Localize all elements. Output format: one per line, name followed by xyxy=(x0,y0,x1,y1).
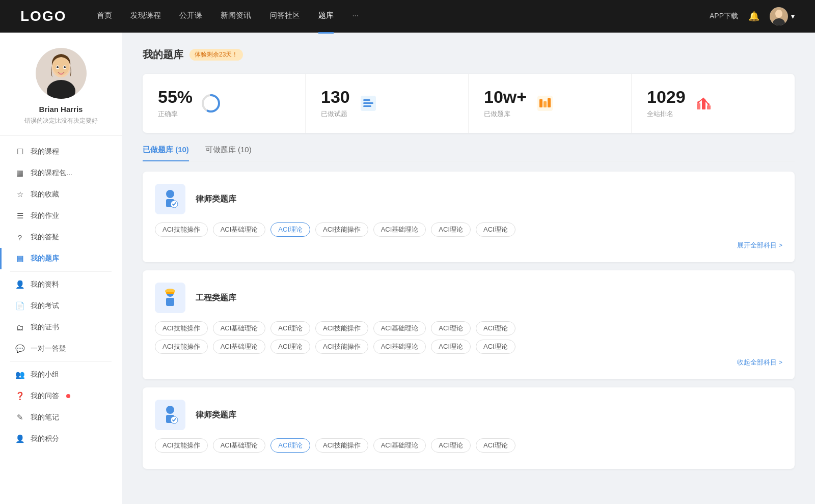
my-course-icon: ☐ xyxy=(15,147,24,156)
question-bank-icon: ▤ xyxy=(15,254,24,263)
sidebar-item-qa[interactable]: ? 我的答疑 xyxy=(0,227,122,248)
tag-1-4[interactable]: ACI基础理论 xyxy=(373,222,426,237)
nav-discover[interactable]: 发现课程 xyxy=(130,11,161,22)
tag-2-5[interactable]: ACI理论 xyxy=(431,321,471,335)
tutor-icon: 💬 xyxy=(15,344,24,353)
points-icon: 👤 xyxy=(15,434,24,443)
tag-2b-1[interactable]: ACI基础理论 xyxy=(213,340,266,354)
tag-3-6[interactable]: ACI理论 xyxy=(476,438,515,453)
svg-point-34 xyxy=(166,406,174,414)
tag-3-1[interactable]: ACI基础理论 xyxy=(213,438,266,453)
sidebar-item-exam[interactable]: 📄 我的考试 xyxy=(0,295,122,317)
tag-2b-0[interactable]: ACI技能操作 xyxy=(155,340,208,354)
tags-row-1: ACI技能操作 ACI基础理论 ACI理论 ACI技能操作 ACI基础理论 AC… xyxy=(155,222,782,237)
nav-news[interactable]: 新闻资讯 xyxy=(221,11,251,22)
group-icon: 👥 xyxy=(15,370,24,379)
svg-rect-19 xyxy=(539,99,542,107)
sidebar-item-points[interactable]: 👤 我的积分 xyxy=(0,428,122,450)
exam-icon: 📄 xyxy=(15,301,24,311)
engineer-bank-icon xyxy=(155,283,185,313)
svg-rect-16 xyxy=(363,102,373,104)
collapse-button-2[interactable]: 收起全部科目 > xyxy=(155,358,782,367)
tab-done-banks[interactable]: 已做题库 (10) xyxy=(143,145,189,161)
ranking-icon xyxy=(694,93,714,114)
tag-2-3[interactable]: ACI技能操作 xyxy=(315,321,368,335)
nav-more[interactable]: ··· xyxy=(352,11,359,22)
stat-accuracy-label: 正确率 xyxy=(158,109,193,119)
sidebar-item-tutor[interactable]: 💬 一对一答疑 xyxy=(0,338,122,359)
trial-badge: 体验剩余23天！ xyxy=(189,49,243,61)
tag-2b-5[interactable]: ACI理论 xyxy=(431,340,471,354)
course-package-icon: ▦ xyxy=(15,169,24,178)
user-avatar-container[interactable]: ▾ xyxy=(770,7,795,25)
svg-rect-17 xyxy=(363,105,371,107)
nav-question-bank[interactable]: 题库 xyxy=(318,11,334,22)
sidebar-item-my-qa[interactable]: ❓ 我的问答 xyxy=(0,385,122,407)
profile-motto: 错误的决定比没有决定要好 xyxy=(24,117,98,125)
page-title: 我的题库 xyxy=(143,48,183,62)
navbar: LOGO 首页 发现课程 公开课 新闻资讯 问答社区 题库 ··· APP下载 … xyxy=(0,0,815,33)
tag-2b-4[interactable]: ACI基础理论 xyxy=(373,340,426,354)
expand-button-1[interactable]: 展开全部科目 > xyxy=(155,241,782,250)
favorites-icon: ☆ xyxy=(15,190,24,199)
tag-3-4[interactable]: ACI基础理论 xyxy=(373,438,426,453)
sidebar-item-homework[interactable]: ☰ 我的作业 xyxy=(0,205,122,227)
sidebar-item-favorites[interactable]: ☆ 我的收藏 xyxy=(0,184,122,205)
accuracy-chart-icon xyxy=(201,93,221,114)
svg-rect-20 xyxy=(544,101,547,107)
tag-2-1[interactable]: ACI基础理论 xyxy=(213,321,266,335)
svg-point-6 xyxy=(53,57,69,75)
sidebar-item-my-course[interactable]: ☐ 我的课程 xyxy=(0,141,122,162)
tag-3-5[interactable]: ACI理论 xyxy=(431,438,471,453)
sidebar-menu: ☐ 我的课程 ▦ 我的课程包... ☆ 我的收藏 ☰ 我的作业 ? 我的答疑 ▤… xyxy=(0,136,122,455)
sidebar-item-course-package[interactable]: ▦ 我的课程包... xyxy=(0,162,122,184)
tag-3-2[interactable]: ACI理论 xyxy=(270,438,310,453)
sidebar-item-question-bank[interactable]: ▤ 我的题库 xyxy=(0,248,122,269)
nav-qa[interactable]: 问答社区 xyxy=(269,11,300,22)
lawyer-bank-icon-2 xyxy=(155,400,185,430)
page-wrapper: Brian Harris 错误的决定比没有决定要好 ☐ 我的课程 ▦ 我的课程包… xyxy=(0,33,815,504)
tab-available-banks[interactable]: 可做题库 (10) xyxy=(205,145,252,161)
svg-rect-24 xyxy=(707,105,711,109)
tag-2-0[interactable]: ACI技能操作 xyxy=(155,321,208,335)
tag-1-0[interactable]: ACI技能操作 xyxy=(155,222,208,237)
svg-point-10 xyxy=(64,66,66,68)
tag-2-2[interactable]: ACI理论 xyxy=(270,321,310,335)
nav-dropdown-arrow[interactable]: ▾ xyxy=(791,12,795,20)
sidebar-item-group[interactable]: 👥 我的小组 xyxy=(0,364,122,385)
svg-rect-33 xyxy=(166,298,174,306)
sidebar: Brian Harris 错误的决定比没有决定要好 ☐ 我的课程 ▦ 我的课程包… xyxy=(0,33,122,504)
tags-row-3: ACI技能操作 ACI基础理论 ACI理论 ACI技能操作 ACI基础理论 AC… xyxy=(155,438,782,453)
sidebar-item-certificate[interactable]: 🗂 我的证书 xyxy=(0,317,122,338)
tag-1-5[interactable]: ACI理论 xyxy=(431,222,471,237)
app-download-button[interactable]: APP下载 xyxy=(710,12,738,21)
notification-bell-icon[interactable] xyxy=(748,11,759,22)
banks-icon xyxy=(535,93,555,114)
tag-1-3[interactable]: ACI技能操作 xyxy=(315,222,368,237)
lawyer-bank-icon xyxy=(155,184,185,214)
sidebar-item-notes[interactable]: ✎ 我的笔记 xyxy=(0,407,122,428)
svg-point-13 xyxy=(206,98,216,108)
certificate-icon: 🗂 xyxy=(15,323,24,332)
bank-card-lawyer-2: 律师类题库 ACI技能操作 ACI基础理论 ACI理论 ACI技能操作 ACI基… xyxy=(143,387,795,469)
homework-icon: ☰ xyxy=(15,211,24,220)
nav-open-course[interactable]: 公开课 xyxy=(179,11,202,22)
tag-2b-2[interactable]: ACI理论 xyxy=(270,340,310,354)
bank-title-1: 律师类题库 xyxy=(196,194,236,205)
svg-rect-15 xyxy=(363,99,370,101)
svg-rect-22 xyxy=(697,103,700,109)
tags-row-2a: ACI技能操作 ACI基础理论 ACI理论 ACI技能操作 ACI基础理论 AC… xyxy=(155,321,782,335)
tag-1-1[interactable]: ACI基础理论 xyxy=(213,222,266,237)
sidebar-item-profile[interactable]: 👤 我的资料 xyxy=(0,274,122,295)
tag-2b-6[interactable]: ACI理论 xyxy=(476,340,515,354)
tag-1-2[interactable]: ACI理论 xyxy=(270,222,310,237)
tag-3-0[interactable]: ACI技能操作 xyxy=(155,438,208,453)
tag-1-6[interactable]: ACI理论 xyxy=(476,222,515,237)
tag-2-4[interactable]: ACI基础理论 xyxy=(373,321,426,335)
logo[interactable]: LOGO xyxy=(20,8,66,24)
svg-point-9 xyxy=(57,66,59,68)
tag-3-3[interactable]: ACI技能操作 xyxy=(315,438,368,453)
tag-2b-3[interactable]: ACI技能操作 xyxy=(315,340,368,354)
nav-home[interactable]: 首页 xyxy=(97,11,112,22)
tag-2-6[interactable]: ACI理论 xyxy=(476,321,515,335)
